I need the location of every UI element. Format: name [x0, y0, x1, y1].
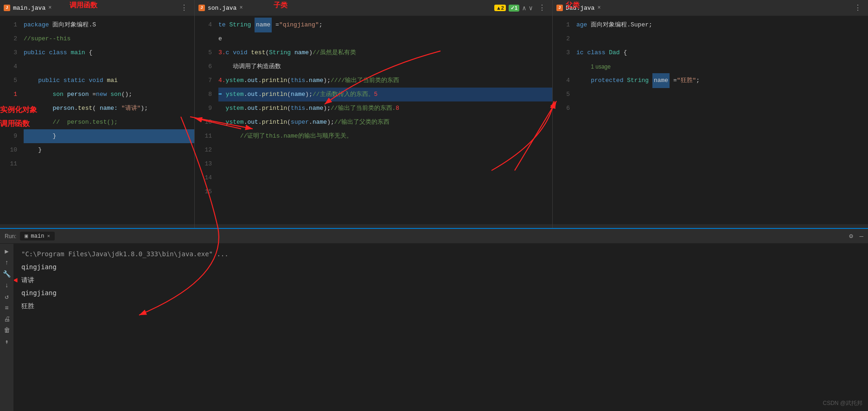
dad-line-numbers: 1 2 ⬤ 3 4 5 6 — [553, 16, 574, 224]
main-java-pane: J main.java × ⋮ 1 2 ▶ 3 4 ▶ — [0, 0, 195, 228]
son-ln-5: 5 — [195, 46, 212, 60]
dad-code-area: 1 2 ⬤ 3 4 5 6 age 面向对象编程.Super; — [553, 16, 868, 224]
run-list-icon[interactable]: ≡ — [5, 304, 8, 312]
son-java-tab-label[interactable]: son.java — [208, 5, 236, 12]
son-line-8: ➡ ystem.out.println(name);//主函数传入的东西。5 — [218, 88, 552, 101]
output-text-4: 狂胜 — [21, 299, 34, 312]
main-line-11 — [24, 157, 194, 171]
dad-ln-1: 1 — [553, 18, 570, 32]
main-line-5: public static void mai — [24, 74, 194, 88]
annotation-call: 调用函数 — [0, 119, 30, 129]
main-java-tab-close[interactable]: × — [48, 5, 51, 11]
run-close-icon[interactable]: — — [860, 233, 863, 240]
dad-line-1: age 面向对象编程.Super; — [576, 18, 868, 32]
main-line-2: //super--this — [24, 32, 194, 46]
son-warning-badge: ▲2 — [494, 5, 506, 11]
run-toolbar: ▶ ↑ 🔧 ↓ ↺ ≡ 🖨 🗑 ↟ — [0, 244, 14, 411]
annotation-call-func: 调用函数 — [70, 1, 97, 10]
son-line-numbers: 4 5 6 7 8 9 10 11 12 13 14 15 — [195, 16, 216, 224]
ln-2: 2 — [0, 32, 17, 46]
ln-3: ▶ 3 — [0, 46, 17, 60]
son-ln-12: 12 — [195, 143, 212, 157]
son-line-12 — [218, 143, 552, 157]
main-java-tab-label[interactable]: main.java — [13, 5, 45, 12]
main-line-8: // person.test(); — [24, 115, 194, 129]
annotation-subclass: 子类 — [274, 1, 287, 10]
main-line-7: person.test( name: "请讲"); — [24, 101, 194, 115]
run-scroll-up-icon[interactable]: ↑ — [5, 259, 8, 266]
son-line-e: e — [218, 32, 552, 46]
annotation-instance: 实例化对象 — [0, 105, 37, 115]
son-line-11: //证明了this.name的输出与顺序无关。 — [218, 129, 552, 143]
run-print-icon[interactable]: 🖨 — [4, 316, 10, 323]
ln-1: 1 — [0, 18, 17, 32]
annotation-parent: 父类 — [566, 1, 580, 10]
dad-java-tab-close[interactable]: × — [597, 5, 600, 11]
dad-hscrollbar[interactable] — [553, 224, 868, 228]
son-nav-up[interactable]: ∧ — [522, 4, 526, 12]
output-line-0: "C:\Program Files\Java\jdk1.8.0_333\bin\… — [21, 247, 861, 260]
son-line-6: 动调用了构造函数 — [218, 60, 552, 74]
dad-line-3: ic class Dad { — [576, 46, 868, 60]
son-line-9: ystem.out.println(this.name);//输出了当前类的东西… — [218, 101, 552, 115]
son-ln-15: 15 — [195, 185, 212, 199]
son-hscrollbar[interactable] — [195, 224, 552, 228]
dad-pane-menu[interactable]: ⋮ — [851, 3, 864, 13]
run-up-icon[interactable]: ↟ — [5, 338, 8, 346]
run-tab-name: main — [31, 233, 45, 240]
dad-java-pane: J Dad.java × ⋮ 1 2 ⬤ 3 4 5 6 — [553, 0, 868, 228]
main-line-6: son person =new son(); — [24, 88, 194, 101]
son-line-14 — [218, 171, 552, 185]
son-pane-menu[interactable]: ⋮ — [536, 3, 549, 13]
output-text-2: 请讲 — [21, 273, 34, 286]
son-java-tab-close[interactable]: × — [239, 5, 243, 11]
output-text-1: qingjiang — [21, 260, 57, 273]
son-line-4: te String name ="qingjiang"; — [218, 18, 552, 32]
dad-tab-bar: J Dad.java × ⋮ — [553, 0, 868, 16]
main-line-10: } — [24, 143, 194, 157]
son-ln-6: 6 — [195, 60, 212, 74]
run-tab[interactable]: ▣ main × — [20, 232, 55, 240]
son-line-10: ystem.out.println(super.name);//输出了父类的东西 — [218, 115, 552, 129]
ln-11: 11 — [0, 157, 17, 171]
main-line-1: package 面向对象编程.S — [24, 18, 194, 32]
output-line-4: 狂胜 — [21, 299, 861, 312]
main-line-3: public class main { — [24, 46, 194, 60]
son-ln-9: 9 — [195, 101, 212, 115]
dad-ln-5: 5 — [553, 88, 570, 101]
output-arrow-icon: ◀ — [14, 273, 18, 286]
main-pane-menu[interactable]: ⋮ — [178, 3, 191, 13]
run-tab-close[interactable]: × — [47, 234, 50, 239]
main-java-tab-icon: J — [4, 5, 10, 11]
run-delete-icon[interactable]: 🗑 — [4, 327, 10, 334]
run-settings-icon[interactable]: ⚙ — [849, 232, 853, 240]
son-code-area: 4 5 6 7 8 9 10 11 12 13 14 15 te Strin — [195, 16, 552, 224]
son-ln-14: 14 — [195, 171, 212, 185]
run-header: Run: ▣ main × ⚙ — — [0, 229, 868, 244]
output-text-0: "C:\Program Files\Java\jdk1.8.0_333\bin\… — [21, 247, 229, 260]
son-tab-bar: J son.java × ▲2 ✓1 ∧ ∨ ⋮ — [195, 0, 552, 16]
main-hscrollbar[interactable] — [0, 224, 194, 228]
run-label: Run: — [5, 233, 16, 240]
dad-line-5 — [576, 88, 868, 101]
output-line-2: 请讲 ◀ — [21, 273, 861, 286]
dad-line-6 — [576, 101, 868, 115]
output-line-3: qingjiang — [21, 286, 861, 299]
son-line-15 — [218, 185, 552, 199]
ln-5: ▶ 5 — [0, 74, 17, 88]
output-line-1: qingjiang — [21, 260, 861, 273]
run-wrench-icon[interactable]: 🔧 — [3, 270, 11, 278]
son-ln-13: 13 — [195, 157, 212, 171]
son-ln-10: 10 — [195, 115, 212, 129]
son-line-5: 3.c void test(String name)//虽然是私有类 — [218, 46, 552, 60]
run-reload-icon[interactable]: ↺ — [5, 293, 8, 301]
run-tab-icon: ▣ — [25, 233, 28, 240]
son-nav-down[interactable]: ∨ — [529, 4, 533, 12]
dad-ln-2: 2 — [553, 32, 570, 46]
run-scroll-down-icon[interactable]: ↓ — [5, 282, 8, 289]
ln-10: 10 — [0, 143, 17, 157]
son-ln-8: 8 — [195, 88, 212, 101]
run-play-icon[interactable]: ▶ — [5, 247, 8, 255]
run-output: "C:\Program Files\Java\jdk1.8.0_333\bin\… — [14, 244, 868, 411]
dad-ln-4: 4 — [553, 74, 570, 88]
